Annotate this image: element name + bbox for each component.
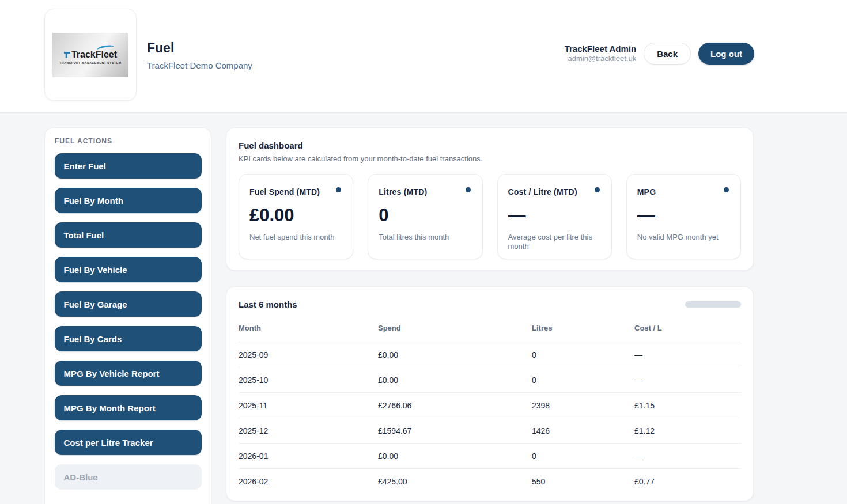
cell-month: 2025-12 [239,418,378,444]
page-subtitle: TrackFleet Demo Company [147,60,252,70]
sidebar-item-fuel-by-cards[interactable]: Fuel By Cards [55,326,202,351]
column-header-spend: Spend [378,323,532,342]
table-card-header: Last 6 months [239,300,741,309]
cell-spend: £1594.67 [378,418,532,444]
cell-month: 2025-11 [239,393,378,418]
cell-spend: £2766.06 [378,393,532,418]
sidebar-item-fuel-by-garage[interactable]: Fuel By Garage [55,291,202,317]
kpi-label: MPG [637,187,730,196]
kpi-status-dot [466,187,471,192]
kpi-value: — [637,206,730,224]
dashboard-subtitle: KPI cards below are calculated from your… [239,154,741,163]
cell-litres: 550 [532,469,634,494]
kpi-caption: No valid MPG month yet [637,233,730,242]
logo-tagline: TRANSPORT MANAGEMENT SYSTEM [59,61,121,65]
user-name: TrackFleet Admin [565,44,636,54]
logout-button[interactable]: Log out [698,43,754,65]
cell-litres: 1426 [532,418,634,444]
cell-month: 2025-09 [239,342,378,367]
user-info: TrackFleet Admin admin@trackfleet.uk [565,44,636,64]
cell-month: 2025-10 [239,367,378,393]
table-header-pill [685,301,741,308]
fuel-dashboard-card: Fuel dashboard KPI cards below are calcu… [226,127,754,271]
sidebar-item-mpg-by-month-report[interactable]: MPG By Month Report [55,395,202,420]
logo-brand-text: TrackFleet [64,50,117,59]
kpi-card-cost-per-litre-mtd: Cost / Litre (MTD) — Average cost per li… [497,174,612,259]
cell-spend: £0.00 [378,367,532,393]
table-row: 2025-09 £0.00 0 — [239,342,741,367]
kpi-label: Fuel Spend (MTD) [249,187,342,196]
cell-litres: 0 [532,342,634,367]
kpi-card-fuel-spend-mtd: Fuel Spend (MTD) £0.00 Net fuel spend th… [239,174,353,259]
cell-cost: — [634,367,741,393]
kpi-caption: Average cost per litre this month [508,233,601,252]
kpi-label: Cost / Litre (MTD) [508,187,601,196]
cell-month: 2026-01 [239,444,378,469]
fuel-actions-sidebar: FUEL ACTIONS Enter Fuel Fuel By Month To… [44,127,211,504]
table-row: 2025-10 £0.00 0 — [239,367,741,393]
sidebar-item-mpg-by-vehicle-report[interactable]: MPG By Vehicle Report [55,361,202,386]
page-header: Fuel TrackFleet Demo Company [147,40,252,70]
logo-glyph-icon [64,52,70,58]
table-header-row: Month Spend Litres Cost / L [239,323,741,342]
table-title: Last 6 months [239,300,297,309]
cell-cost: £0.77 [634,469,741,494]
sidebar-heading: FUEL ACTIONS [55,137,211,145]
table-row: 2025-11 £2766.06 2398 £1.15 [239,393,741,418]
dashboard-title: Fuel dashboard [239,141,741,150]
sidebar-item-fuel-by-vehicle[interactable]: Fuel By Vehicle [55,257,202,282]
cell-cost: £1.15 [634,393,741,418]
cell-cost: — [634,342,741,367]
back-button[interactable]: Back [644,43,691,65]
sidebar-item-ad-blue: AD-Blue [55,464,202,490]
kpi-caption: Total litres this month [379,233,471,242]
table-row: 2026-02 £425.00 550 £0.77 [239,469,741,494]
column-header-litres: Litres [532,323,634,342]
sidebar-item-total-fuel[interactable]: Total Fuel [55,222,202,248]
kpi-caption: Net fuel spend this month [249,233,342,242]
company-logo: TrackFleet TRANSPORT MANAGEMENT SYSTEM [52,33,128,77]
user-area: TrackFleet Admin admin@trackfleet.uk Bac… [565,43,754,65]
kpi-value: 0 [379,206,471,224]
sidebar-item-fuel-by-month[interactable]: Fuel By Month [55,188,202,213]
cell-litres: 0 [532,367,634,393]
column-header-cost-per-l: Cost / L [634,323,741,342]
kpi-status-dot [724,187,729,192]
cell-cost: — [634,444,741,469]
kpi-card-litres-mtd: Litres (MTD) 0 Total litres this month [368,174,482,259]
page-title: Fuel [147,40,252,56]
cell-litres: 2398 [532,393,634,418]
table-row: 2026-01 £0.00 0 — [239,444,741,469]
kpi-card-mpg: MPG — No valid MPG month yet [626,174,741,259]
sidebar-item-cost-per-litre-tracker[interactable]: Cost per Litre Tracker [55,430,202,455]
cell-month: 2026-02 [239,469,378,494]
kpi-value: £0.00 [249,206,342,224]
column-header-month: Month [239,323,378,342]
last-6-months-card: Last 6 months Month Spend Litres Cost / … [226,286,754,501]
table-row: 2025-12 £1594.67 1426 £1.12 [239,418,741,444]
kpi-value: — [508,206,601,224]
cell-spend: £0.00 [378,444,532,469]
kpi-label: Litres (MTD) [379,187,471,196]
sidebar-item-enter-fuel[interactable]: Enter Fuel [55,153,202,179]
cell-spend: £0.00 [378,342,532,367]
company-logo-card: TrackFleet TRANSPORT MANAGEMENT SYSTEM [44,9,137,101]
months-table: Month Spend Litres Cost / L 2025-09 £0.0… [239,323,741,494]
cell-litres: 0 [532,444,634,469]
cell-spend: £425.00 [378,469,532,494]
kpi-row: Fuel Spend (MTD) £0.00 Net fuel spend th… [239,174,741,259]
user-email: admin@trackfleet.uk [565,54,636,64]
kpi-status-dot [595,187,600,192]
top-bar: TrackFleet TRANSPORT MANAGEMENT SYSTEM F… [0,0,847,113]
cell-cost: £1.12 [634,418,741,444]
